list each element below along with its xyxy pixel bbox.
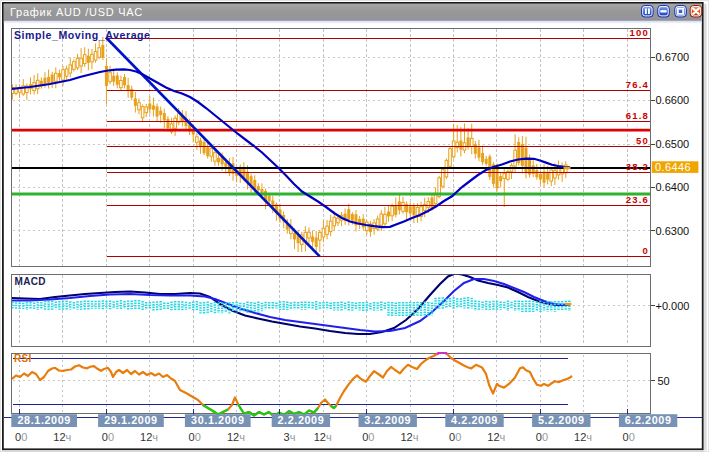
svg-text:00: 00 — [15, 431, 27, 443]
svg-text:61.8: 61.8 — [626, 110, 649, 121]
svg-text:100: 100 — [630, 27, 649, 38]
svg-text:76.4: 76.4 — [626, 79, 649, 90]
svg-text:0.6700: 0.6700 — [656, 51, 690, 63]
svg-text:0.6300: 0.6300 — [656, 225, 690, 237]
svg-text:4.2.2009: 4.2.2009 — [451, 414, 498, 426]
svg-text:График AUD /USD ЧАС: График AUD /USD ЧАС — [10, 6, 143, 18]
svg-text:0: 0 — [643, 245, 649, 256]
svg-text:00: 00 — [189, 431, 201, 443]
svg-text:30.1.2009: 30.1.2009 — [191, 414, 244, 426]
svg-text:+0.000: +0.000 — [656, 300, 690, 312]
svg-text:12ч: 12ч — [574, 431, 592, 443]
svg-text:0.6400: 0.6400 — [656, 181, 690, 193]
svg-text:0.6446: 0.6446 — [655, 161, 691, 173]
svg-text:0.6500: 0.6500 — [656, 138, 690, 150]
svg-text:12ч: 12ч — [227, 431, 245, 443]
svg-text:3ч: 3ч — [284, 431, 296, 443]
svg-text:38.2: 38.2 — [626, 161, 649, 172]
svg-text:6.2.2009: 6.2.2009 — [625, 414, 672, 426]
svg-text:00: 00 — [449, 431, 461, 443]
svg-text:28.1.2009: 28.1.2009 — [17, 414, 70, 426]
svg-text:12ч: 12ч — [314, 431, 332, 443]
svg-text:0.6600: 0.6600 — [656, 94, 690, 106]
svg-text:Simple_Moving_Average: Simple_Moving_Average — [14, 29, 151, 41]
svg-text:12ч: 12ч — [401, 431, 419, 443]
svg-text:12ч: 12ч — [487, 431, 505, 443]
svg-text:MACD: MACD — [15, 276, 46, 287]
svg-text:00: 00 — [102, 431, 114, 443]
svg-text:00: 00 — [536, 431, 548, 443]
svg-text:50: 50 — [658, 375, 670, 387]
svg-text:5.2.2009: 5.2.2009 — [538, 414, 585, 426]
svg-text:00: 00 — [623, 431, 635, 443]
svg-text:12ч: 12ч — [53, 431, 71, 443]
svg-text:2.2.2009: 2.2.2009 — [277, 414, 324, 426]
svg-text:3.2.2009: 3.2.2009 — [364, 414, 411, 426]
svg-text:12ч: 12ч — [140, 431, 158, 443]
svg-text:23.6: 23.6 — [626, 194, 649, 205]
svg-text:RSI: RSI — [14, 353, 32, 364]
svg-text:00: 00 — [362, 431, 374, 443]
svg-text:50: 50 — [636, 135, 649, 146]
svg-text:29.1.2009: 29.1.2009 — [104, 414, 157, 426]
